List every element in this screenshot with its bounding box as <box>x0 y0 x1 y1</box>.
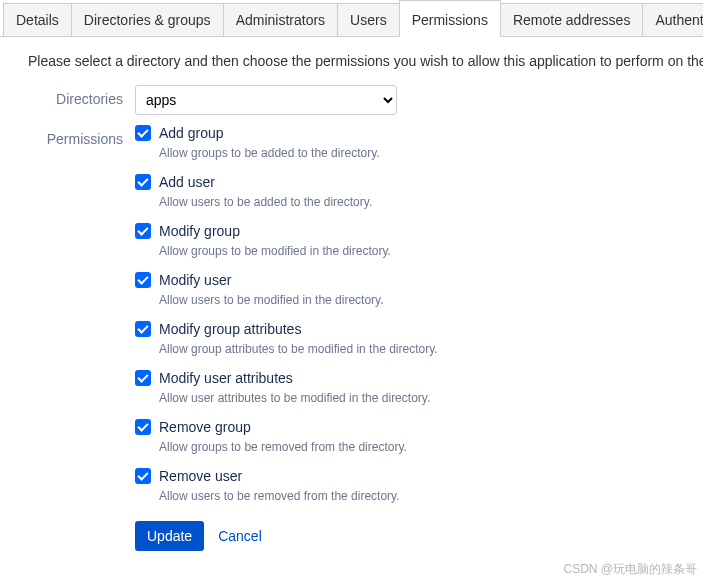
tab-permissions[interactable]: Permissions <box>399 0 501 37</box>
perm-modify-user: Modify user Allow users to be modified i… <box>135 272 703 307</box>
perm-remove-user: Remove user Allow users to be removed fr… <box>135 468 703 503</box>
perm-desc-remove-group: Allow groups to be removed from the dire… <box>159 440 703 454</box>
perm-modify-group: Modify group Allow groups to be modified… <box>135 223 703 258</box>
perm-desc-modify-user: Allow users to be modified in the direct… <box>159 293 703 307</box>
perm-label-modify-user: Modify user <box>159 272 231 288</box>
perm-desc-add-group: Allow groups to be added to the director… <box>159 146 703 160</box>
checkbox-modify-group[interactable] <box>135 223 151 239</box>
perm-label-add-user: Add user <box>159 174 215 190</box>
update-button[interactable]: Update <box>135 521 204 551</box>
perm-desc-remove-user: Allow users to be removed from the direc… <box>159 489 703 503</box>
form-actions: Update Cancel <box>135 521 703 551</box>
checkbox-remove-user[interactable] <box>135 468 151 484</box>
perm-modify-user-attributes: Modify user attributes Allow user attrib… <box>135 370 703 405</box>
tab-users[interactable]: Users <box>337 3 400 36</box>
perm-label-modify-group: Modify group <box>159 223 240 239</box>
intro-text: Please select a directory and then choos… <box>0 37 703 85</box>
directories-row: Directories apps <box>0 85 703 115</box>
tab-directories-groups[interactable]: Directories & groups <box>71 3 224 36</box>
permissions-list: Add group Allow groups to be added to th… <box>135 125 703 551</box>
directories-select[interactable]: apps <box>135 85 397 115</box>
tab-details[interactable]: Details <box>3 3 72 36</box>
checkbox-add-group[interactable] <box>135 125 151 141</box>
tabs-bar: Details Directories & groups Administrat… <box>0 0 703 37</box>
cancel-link[interactable]: Cancel <box>218 528 262 544</box>
perm-desc-add-user: Allow users to be added to the directory… <box>159 195 703 209</box>
perm-label-remove-user: Remove user <box>159 468 242 484</box>
perm-add-user: Add user Allow users to be added to the … <box>135 174 703 209</box>
watermark: CSDN @玩电脑的辣条哥 <box>563 561 697 578</box>
permissions-form: Directories apps Permissions Add group A… <box>0 85 703 561</box>
checkbox-remove-group[interactable] <box>135 419 151 435</box>
tab-remote-addresses[interactable]: Remote addresses <box>500 3 644 36</box>
perm-add-group: Add group Allow groups to be added to th… <box>135 125 703 160</box>
permissions-label: Permissions <box>0 125 135 147</box>
perm-label-add-group: Add group <box>159 125 224 141</box>
perm-label-remove-group: Remove group <box>159 419 251 435</box>
perm-desc-modify-group-attributes: Allow group attributes to be modified in… <box>159 342 703 356</box>
checkbox-modify-group-attributes[interactable] <box>135 321 151 337</box>
tab-administrators[interactable]: Administrators <box>223 3 338 36</box>
directories-label: Directories <box>0 85 135 107</box>
permissions-row: Permissions Add group Allow groups to be… <box>0 125 703 551</box>
perm-remove-group: Remove group Allow groups to be removed … <box>135 419 703 454</box>
checkbox-modify-user-attributes[interactable] <box>135 370 151 386</box>
perm-desc-modify-user-attributes: Allow user attributes to be modified in … <box>159 391 703 405</box>
checkbox-add-user[interactable] <box>135 174 151 190</box>
perm-modify-group-attributes: Modify group attributes Allow group attr… <box>135 321 703 356</box>
perm-desc-modify-group: Allow groups to be modified in the direc… <box>159 244 703 258</box>
perm-label-modify-user-attributes: Modify user attributes <box>159 370 293 386</box>
perm-label-modify-group-attributes: Modify group attributes <box>159 321 301 337</box>
checkbox-modify-user[interactable] <box>135 272 151 288</box>
tab-authent[interactable]: Authent <box>642 3 703 36</box>
